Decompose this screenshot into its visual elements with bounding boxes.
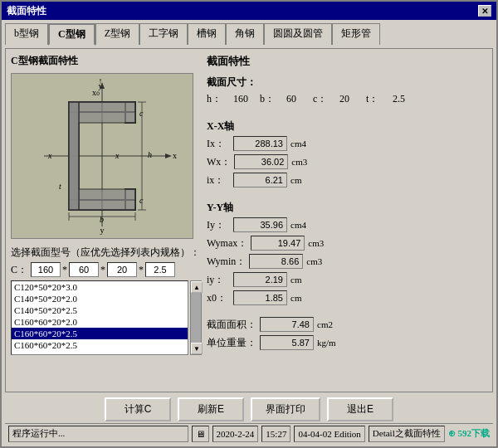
section-listbox[interactable]: C120*50*20*3.0 C140*50*20*2.0 C140*50*20… [11,280,188,355]
window-content: b型钢 C型钢 Z型钢 工字钢 槽钢 角钢 圆圆及圆管 矩形管 C型钢截面特性 [2,20,496,446]
dim-input-4[interactable] [145,262,175,277]
x0-value[interactable] [233,290,287,305]
wx-row: Wx： cm3 [207,154,487,169]
exit-button[interactable]: 退出E [327,397,393,421]
print-button[interactable]: 界面打印 [251,397,320,421]
tab-angle[interactable]: 角钢 [226,23,264,45]
tab-c-steel[interactable]: C型钢 [48,23,95,46]
right-section-title: 截面特性 [207,54,487,69]
wx-value[interactable] [234,154,288,169]
list-item[interactable]: C140*50*20*2.5 [12,304,188,316]
list-item[interactable]: C140*50*20*2.0 [12,293,188,304]
status-date: 2020-2-24 [212,426,259,442]
status-time: 15:27 [261,426,290,442]
x0-label: x0： [207,291,230,305]
rx-value[interactable] [233,173,287,187]
list-container: C120*50*20*3.0 C140*50*20*2.0 C140*50*20… [11,280,202,355]
scroll-up-button[interactable]: ▲ [191,281,203,293]
svg-text:x: x [173,151,177,160]
svg-text:h: h [148,150,152,159]
window-title: 截面特性 [7,4,46,18]
list-item[interactable]: C120*50*20*3.0 [12,281,188,293]
dim-input-2[interactable] [69,262,99,277]
tab-round-pipe[interactable]: 圆圆及圆管 [264,23,332,45]
list-item[interactable]: C160*60*20*2.0 [12,316,188,328]
c-value: 20 [339,93,363,105]
c-prefix-label: C： [11,263,27,277]
wymax-value[interactable] [251,236,305,251]
svg-text:c: c [139,196,144,205]
wymin-row: Wymin： cm3 [207,254,487,269]
rx-row: ix： cm [207,173,487,187]
weight-label: 单位重量： [207,336,256,350]
wymax-unit: cm3 [308,238,331,248]
wymin-label: Wymin： [207,255,246,269]
close-button[interactable]: ✕ [478,5,491,17]
ry-label: iy： [207,273,230,287]
yy-axis-label: Y-Y轴 [207,201,487,215]
listbox-scrollbar[interactable]: ▲ ▼ [190,280,202,355]
iy-label: Iy： [207,218,230,232]
xx-axis-label: X-X轴 [207,119,487,134]
select-section: 选择截面型号（应优先选择列表内规格）： C： * * * C120*50*20* [11,246,202,355]
t-label: t： [366,92,389,106]
status-icon: 🖥 [192,426,209,442]
button-row: 计算C 刷新E 界面打印 退出E [5,392,493,423]
reset-button[interactable]: 刷新E [178,397,244,421]
svg-text:y: y [100,226,105,235]
svg-rect-14 [69,102,79,210]
tab-rect-pipe[interactable]: 矩形管 [332,23,380,45]
xx-axis-group: X-X轴 Ix： cm4 Wx： cm3 ix： cm [207,118,487,191]
svg-text:x: x [47,151,52,160]
main-content: C型钢截面特性 y ↑ x₀ [5,48,493,392]
b-label: b： [260,92,283,106]
weight-value[interactable] [260,335,314,350]
status-logo: ⊕ 592下载 [448,427,490,440]
status-edition: 04-04-02 Edition [294,426,364,442]
t-value: 2.5 [393,93,416,105]
sep-3: * [139,264,144,276]
weight-row: 单位重量： kg/m [207,335,487,350]
list-item-selected[interactable]: C160*60*20*2.5 [12,328,188,339]
tab-i-steel[interactable]: 工字钢 [139,23,188,45]
iy-unit: cm4 [290,220,314,230]
wymin-value[interactable] [249,254,303,269]
dim-input-1[interactable] [31,262,61,277]
svg-text:x: x [115,151,120,160]
right-panel: 截面特性 截面尺寸： h： 160 b： 60 c： 20 t： 2.5 [207,54,487,387]
calc-button[interactable]: 计算C [105,397,171,421]
ix-row: Ix： cm4 [207,136,487,151]
x0-unit: cm [290,293,314,303]
diagram-box: y ↑ x₀ x y [11,73,193,239]
tab-z-steel[interactable]: Z型钢 [95,23,139,45]
iy-row: Iy： cm4 [207,217,487,232]
section-diagram: y ↑ x₀ x y [19,77,185,235]
dimension-group: 截面尺寸： h： 160 b： 60 c： 20 t： 2.5 [207,75,487,110]
sep-1: * [62,264,67,276]
area-value[interactable] [260,317,314,332]
list-item[interactable]: C160*60*20*2.5 [12,339,188,351]
svg-text:t: t [59,182,61,191]
ix-value[interactable] [233,136,287,151]
ry-unit: cm [290,275,314,285]
tab-l-steel[interactable]: b型钢 [5,23,48,45]
svg-text:c: c [139,109,144,118]
b-value: 60 [286,93,310,105]
svg-marker-6 [165,153,172,158]
select-label: 选择截面型号（应优先选择列表内规格）： [11,246,202,260]
ry-value[interactable] [233,272,287,287]
weight-unit: kg/m [317,338,340,348]
rx-label: ix： [207,173,230,187]
status-detail: Detail之截面特性 [369,426,445,442]
dim-input-3[interactable] [107,262,137,277]
h-label: h： [207,92,230,106]
c-label: c： [313,92,336,106]
tab-channel[interactable]: 槽钢 [188,23,226,45]
iy-value[interactable] [233,217,287,232]
dim-display-row: h： 160 b： 60 c： 20 t： 2.5 [207,92,487,106]
rx-unit: cm [290,175,314,185]
ix-unit: cm4 [290,139,314,149]
scroll-down-button[interactable]: ▼ [191,343,203,354]
h-value: 160 [233,93,256,105]
svg-text:x₀: x₀ [92,88,100,97]
